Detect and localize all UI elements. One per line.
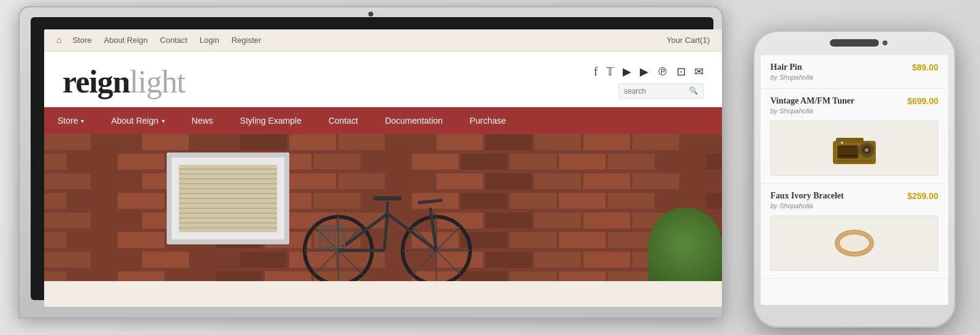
product-price: $699.00 <box>907 96 938 106</box>
product-item-tuner: Vintage AM/FM Tuner $699.00 by Shopaholl… <box>761 89 948 184</box>
product-name: Vintage AM/FM Tuner <box>770 96 854 106</box>
phone-outer: Hair Pin $89.00 by Shopaholla Vintage AM… <box>753 31 955 328</box>
nav-purchase-label: Purchase <box>469 116 506 126</box>
product-image-tuner <box>770 121 938 176</box>
logo-area: reignlight f 𝕋 ▶ ▶ ℗ ⊡ ✉ <box>44 51 722 107</box>
nav-about-label: About Reign <box>111 116 158 126</box>
youtube-icon[interactable]: ▶ <box>640 65 648 78</box>
search-input[interactable] <box>624 87 685 96</box>
nav-news-label: News <box>192 116 213 126</box>
nav-store-arrow: ▾ <box>81 118 84 124</box>
bicycle-icon <box>289 159 485 281</box>
nav-contact-label: Contact <box>329 116 358 126</box>
nav-about-link[interactable]: About Reign <box>104 36 148 45</box>
bush <box>648 208 722 281</box>
logo-light: light <box>130 64 185 99</box>
nav-docs-label: Documentation <box>385 116 443 126</box>
laptop-outer: ⌂ Store About Reign Contact Login Regist… <box>18 6 723 318</box>
vimeo-icon[interactable]: ▶ <box>623 65 631 78</box>
facebook-icon[interactable]: f <box>594 66 598 78</box>
phone-camera-dot <box>883 40 887 45</box>
window-blinds <box>179 165 277 232</box>
hero-image <box>44 134 722 281</box>
product-item-bracelet: Faux Ivory Bracelet $259.00 by Shopaholl… <box>761 184 948 279</box>
brick-row-1 <box>44 134 722 151</box>
instagram-icon[interactable]: ⊡ <box>677 65 686 78</box>
logo: reignlight <box>63 66 185 98</box>
svg-point-38 <box>841 236 868 250</box>
svg-line-14 <box>430 208 436 250</box>
product-header: Faux Ivory Bracelet $259.00 <box>770 191 938 201</box>
phone-camera <box>830 39 879 47</box>
svg-rect-34 <box>837 160 872 162</box>
home-icon[interactable]: ⌂ <box>56 36 61 45</box>
product-image-bracelet <box>770 216 938 271</box>
product-by: by Shopaholla <box>770 73 938 81</box>
product-price: $89.00 <box>912 62 938 72</box>
laptop-bezel: ⌂ Store About Reign Contact Login Regist… <box>31 17 713 300</box>
nav-about-reign[interactable]: About Reign ▾ <box>97 107 178 134</box>
laptop-device: ⌂ Store About Reign Contact Login Regist… <box>18 6 735 331</box>
nav-contact-link[interactable]: Contact <box>160 36 188 45</box>
product-name: Faux Ivory Bracelet <box>770 191 844 201</box>
phone-device: Hair Pin $89.00 by Shopaholla Vintage AM… <box>753 31 962 331</box>
svg-line-12 <box>384 214 387 250</box>
main-nav: Store ▾ About Reign ▾ News Styling Examp… <box>44 107 722 134</box>
phone-screen: Hair Pin $89.00 by Shopaholla Vintage AM… <box>761 55 948 305</box>
svg-point-35 <box>841 141 843 144</box>
nav-store-label: Store <box>58 116 78 126</box>
search-box[interactable]: 🔍 <box>618 83 704 99</box>
email-icon[interactable]: ✉ <box>694 65 704 78</box>
nav-styling[interactable]: Styling Example <box>227 107 315 134</box>
nav-styling-label: Styling Example <box>240 116 302 126</box>
nav-about-arrow: ▾ <box>162 118 165 124</box>
wall-window <box>167 152 289 244</box>
laptop-screen: ⌂ Store About Reign Contact Login Regist… <box>44 29 722 307</box>
laptop-camera <box>368 12 373 17</box>
nav-store[interactable]: Store ▾ <box>44 107 97 134</box>
logo-bold: reign <box>63 64 130 99</box>
product-by: by Shopaholla <box>770 202 938 209</box>
logo-right: f 𝕋 ▶ ▶ ℗ ⊡ ✉ 🔍 <box>594 65 704 99</box>
top-nav: ⌂ Store About Reign Contact Login Regist… <box>44 29 722 51</box>
pinterest-icon[interactable]: ℗ <box>657 65 668 78</box>
product-item-hairpin: Hair Pin $89.00 by Shopaholla <box>761 55 948 89</box>
product-header: Vintage AM/FM Tuner $699.00 <box>770 96 938 106</box>
nav-purchase[interactable]: Purchase <box>456 107 519 134</box>
nav-contact[interactable]: Contact <box>315 107 371 134</box>
product-by: by Shopaholla <box>770 107 938 115</box>
radio-svg <box>830 132 879 165</box>
nav-documentation[interactable]: Documentation <box>371 107 456 134</box>
bracelet-svg <box>833 227 876 260</box>
cart-link[interactable]: Your Cart(1) <box>667 36 710 45</box>
product-name: Hair Pin <box>770 62 802 72</box>
nav-register-link[interactable]: Register <box>232 36 261 45</box>
nav-news[interactable]: News <box>178 107 227 134</box>
nav-store-link[interactable]: Store <box>72 36 91 45</box>
product-header: Hair Pin $89.00 <box>770 62 938 72</box>
svg-line-15 <box>418 200 443 203</box>
product-price: $259.00 <box>907 191 938 201</box>
svg-point-27 <box>865 148 868 152</box>
search-button[interactable]: 🔍 <box>689 86 698 96</box>
social-icons: f 𝕋 ▶ ▶ ℗ ⊡ ✉ <box>594 65 704 78</box>
top-nav-links: Store About Reign Contact Login Register <box>72 36 666 45</box>
nav-login-link[interactable]: Login <box>200 36 219 45</box>
svg-rect-24 <box>836 138 864 143</box>
twitter-icon[interactable]: 𝕋 <box>606 65 614 78</box>
brick-wall <box>44 134 722 281</box>
